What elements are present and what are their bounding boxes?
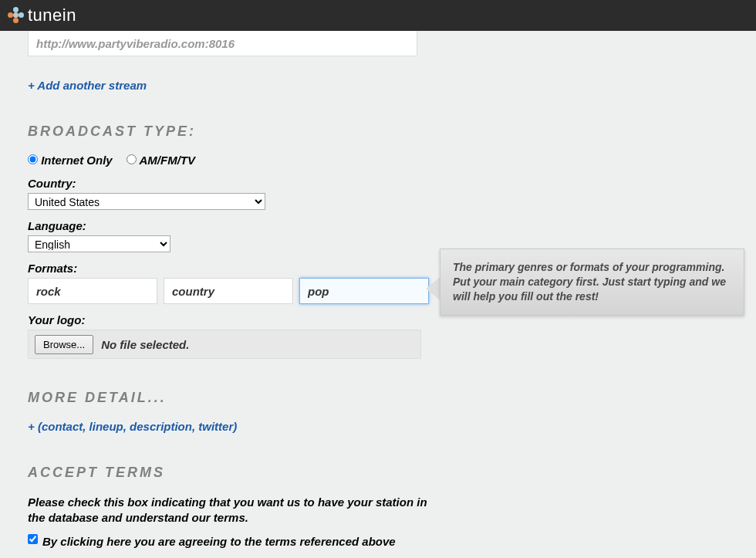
radio-internet-only[interactable]: Internet Only: [28, 154, 116, 167]
language-label: Language:: [28, 219, 728, 232]
format-input-3[interactable]: [299, 278, 429, 304]
formats-tooltip: The primary genres or formats of your pr…: [440, 249, 744, 316]
terms-checkbox[interactable]: [28, 534, 38, 544]
brand-logo[interactable]: tunein: [8, 5, 76, 25]
add-another-stream-link[interactable]: + Add another stream: [28, 79, 147, 92]
logo-icon: [8, 7, 25, 24]
top-navbar: tunein: [0, 0, 756, 31]
format-input-1[interactable]: [28, 278, 157, 304]
section-accept-terms: ACCEPT TERMS: [28, 465, 728, 481]
browse-button[interactable]: Browse...: [35, 335, 93, 354]
stream-url-input[interactable]: http://www.partyviberadio.com:8016: [28, 30, 417, 56]
country-select[interactable]: United States: [28, 193, 265, 210]
radio-amfmtv-input[interactable]: [127, 154, 137, 164]
language-select[interactable]: English: [28, 235, 170, 252]
section-more-detail: MORE DETAIL...: [28, 390, 728, 406]
format-input-2[interactable]: [164, 278, 293, 304]
brand-text: tunein: [28, 5, 76, 25]
radio-internet-only-input[interactable]: [28, 154, 38, 164]
section-broadcast-type: BROADCAST TYPE:: [28, 123, 728, 140]
terms-instruction: Please check this box indicating that yo…: [28, 495, 444, 525]
file-status-text: No file selected.: [101, 338, 189, 351]
terms-agree-label[interactable]: By clicking here you are agreeing to the…: [42, 534, 396, 550]
file-picker-row: Browse... No file selected.: [28, 330, 421, 359]
more-detail-link[interactable]: + (contact, lineup, description, twitter…: [28, 420, 237, 433]
radio-amfmtv[interactable]: AM/FM/TV: [127, 154, 195, 167]
country-label: Country:: [28, 177, 728, 190]
